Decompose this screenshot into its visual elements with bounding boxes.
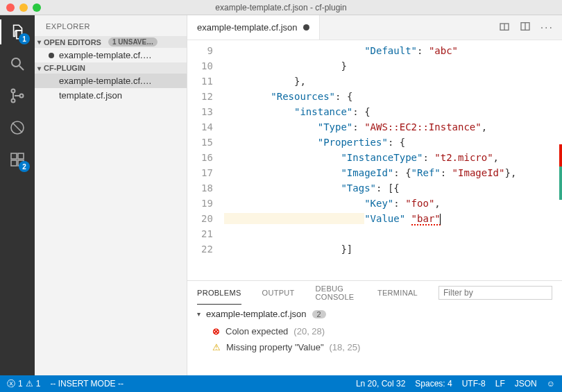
problems-count-badge: 2 (312, 310, 326, 318)
titlebar: example-template.cf.json - cf-plugin (0, 0, 562, 15)
explorer-badge: 1 (19, 33, 30, 44)
code-line[interactable]: "InstanceType": "t2.micro", (224, 150, 516, 165)
line-number: 13 (201, 104, 213, 119)
line-number: 17 (201, 165, 213, 180)
code-line[interactable]: "Resources": { (224, 89, 516, 104)
sidebar-title: EXPLORER (35, 15, 187, 36)
status-bar: ⓧ 1 ⚠ 1 -- INSERT MODE -- Ln 20, Col 32 … (0, 375, 562, 392)
status-mode[interactable]: -- INSERT MODE -- (50, 379, 124, 389)
unsaved-badge: 1 UNSAVE… (108, 37, 157, 46)
window-title: example-template.cf.json - cf-plugin (0, 3, 562, 12)
more-actions-icon[interactable]: ··· (540, 22, 554, 34)
code-line[interactable]: "Value" "bar" (224, 211, 516, 226)
zoom-window-button[interactable] (33, 3, 41, 12)
panel-tab-output[interactable]: OUTPUT (262, 282, 295, 304)
project-section[interactable]: ▾ CF-PLUGIN (35, 62, 187, 74)
file-label: template.cf.json (59, 90, 122, 101)
svg-point-2 (12, 90, 15, 93)
line-number: 20 (201, 211, 213, 226)
warning-icon: ⚠ (212, 342, 221, 352)
panel-tab-problems[interactable]: PROBLEMS (197, 282, 241, 305)
code-line[interactable] (224, 226, 516, 241)
search-icon[interactable] (8, 54, 27, 74)
section-label: CF-PLUGIN (44, 64, 85, 72)
problem-item[interactable]: ⚠Missing property "Value"(18, 25) (187, 339, 562, 355)
explorer-sidebar: EXPLORER ▾ OPEN EDITORS 1 UNSAVE… exampl… (35, 15, 187, 391)
file-label: example-template.cf.… (59, 76, 152, 86)
svg-rect-9 (11, 160, 17, 166)
open-editors-section[interactable]: ▾ OPEN EDITORS 1 UNSAVE… (35, 36, 187, 48)
minimap-overview-ruler[interactable] (559, 144, 562, 200)
svg-point-0 (12, 58, 20, 67)
svg-line-1 (19, 66, 24, 70)
svg-line-6 (12, 123, 22, 133)
problem-message: Colon expected (225, 326, 288, 336)
status-cursor-position[interactable]: Ln 20, Col 32 (356, 379, 405, 389)
chevron-down-icon: ▾ (197, 310, 201, 318)
svg-rect-7 (11, 153, 17, 159)
project-file-2[interactable]: template.cf.json (35, 88, 187, 103)
source-control-icon[interactable] (8, 86, 27, 105)
line-number: 22 (201, 241, 213, 257)
code-line[interactable]: "ImageId": {"Ref": "ImageId"}, (224, 165, 516, 180)
svg-point-3 (12, 99, 15, 103)
status-indentation[interactable]: Spaces: 4 (415, 379, 452, 389)
status-encoding[interactable]: UTF-8 (462, 379, 486, 389)
extensions-badge: 2 (19, 161, 30, 172)
status-errors[interactable]: ⓧ 1 ⚠ 1 (7, 378, 40, 390)
code-editor[interactable]: 910111213141516171819202122 "Default": "… (187, 40, 562, 280)
line-number: 10 (201, 58, 213, 74)
code-line[interactable]: "Type": "AWS::EC2::Instance", (224, 119, 516, 135)
error-icon: ⊗ (212, 326, 220, 336)
code-line[interactable]: }, (224, 74, 516, 89)
open-changes-icon[interactable] (499, 21, 510, 34)
problems-file-group[interactable]: ▾ example-template.cf.json 2 (187, 305, 562, 323)
problem-location: (20, 28) (293, 326, 325, 336)
problems-filter-input[interactable] (438, 286, 552, 300)
code-line[interactable]: "Properties": { (224, 135, 516, 150)
code-line[interactable]: "Tags": [{ (224, 180, 516, 196)
panel-tab-debug[interactable]: DEBUG CONSOLE (316, 278, 357, 308)
line-number: 16 (201, 150, 213, 165)
close-window-button[interactable] (6, 3, 15, 12)
problem-message: Missing property "Value" (226, 342, 324, 352)
chevron-down-icon: ▾ (37, 38, 41, 46)
status-language[interactable]: JSON (515, 379, 537, 389)
tab-label: example-template.cf.json (197, 22, 298, 33)
panel-tab-terminal[interactable]: TERMINAL (377, 282, 418, 304)
code-line[interactable]: "instance": { (224, 104, 516, 119)
debug-icon[interactable] (8, 118, 27, 137)
feedback-smiley-icon[interactable]: ☺ (547, 379, 555, 389)
open-editor-item[interactable]: example-template.cf.… (35, 48, 187, 62)
editor-area: example-template.cf.json ··· 91011121314… (187, 15, 562, 391)
explorer-icon[interactable]: 1 (8, 22, 27, 42)
minimize-window-button[interactable] (19, 3, 28, 12)
svg-rect-8 (18, 153, 24, 159)
problem-location: (18, 25) (330, 342, 361, 352)
activity-bar: 1 2 (0, 15, 35, 391)
line-number: 21 (201, 226, 213, 241)
editor-tab-active[interactable]: example-template.cf.json (187, 15, 320, 40)
line-number: 9 (201, 43, 213, 58)
code-line[interactable]: }] (224, 241, 516, 257)
line-number: 11 (201, 74, 213, 89)
code-line[interactable]: } (224, 58, 516, 74)
editor-tab-bar: example-template.cf.json ··· (187, 15, 562, 40)
unsaved-dot-icon[interactable] (303, 24, 309, 31)
code-line[interactable]: "Default": "abc" (224, 43, 516, 58)
unsaved-dot-icon (49, 53, 54, 58)
warning-icon: ⚠ (26, 379, 33, 389)
split-editor-icon[interactable] (520, 21, 531, 34)
problems-file-label: example-template.cf.json (206, 309, 307, 319)
line-number: 19 (201, 196, 213, 211)
status-eol[interactable]: LF (495, 379, 505, 389)
line-number: 14 (201, 119, 213, 135)
svg-point-4 (20, 94, 24, 98)
code-line[interactable]: "Key": "foo", (224, 196, 516, 211)
line-number: 18 (201, 180, 213, 196)
project-file-1[interactable]: example-template.cf.… (35, 74, 187, 88)
extensions-icon[interactable]: 2 (8, 150, 27, 169)
problem-item[interactable]: ⊗Colon expected(20, 28) (187, 323, 562, 339)
line-number: 15 (201, 135, 213, 150)
error-icon: ⓧ (7, 378, 15, 390)
